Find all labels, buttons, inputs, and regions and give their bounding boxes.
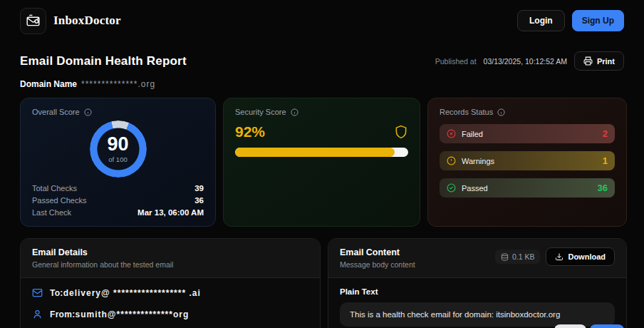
email-content-subtitle: Message body content	[340, 260, 415, 269]
size-badge: 0.1 KB	[495, 250, 541, 264]
alert-circle-icon	[447, 156, 456, 165]
score-ring: 90 of 100	[90, 121, 147, 178]
published-group: Published at 03/13/2025, 10:12:52 AM Pri…	[435, 51, 624, 71]
cutoff-primary-button[interactable]	[590, 324, 624, 328]
published-at-value: 03/13/2025, 10:12:52 AM	[484, 57, 567, 66]
plain-text-label: Plain Text	[340, 287, 615, 296]
user-icon	[32, 309, 43, 319]
email-content-card: Email Content Message body content 0.1 K…	[328, 238, 627, 328]
stat-total-checks: Total Checks 39	[32, 184, 204, 193]
stat-last-check: Last Check Mar 13, 06:00 AM	[32, 208, 204, 217]
email-details-title: Email Details	[32, 247, 173, 257]
check-circle-icon	[447, 183, 456, 193]
top-navigation: InboxDoctor Login Sign Up	[0, 0, 644, 41]
print-label: Print	[597, 57, 615, 66]
records-row-passed: Passed 36	[440, 178, 615, 198]
email-details-subtitle: General information about the tested ema…	[32, 260, 173, 269]
records-status-title: Records Status	[440, 108, 493, 116]
email-content-title: Email Content	[340, 247, 415, 257]
mail-icon	[32, 287, 43, 298]
security-progress-bar	[235, 148, 408, 157]
cutoff-secondary-button[interactable]	[554, 324, 586, 328]
download-label: Download	[568, 252, 606, 261]
score-max-label: of 100	[108, 155, 127, 163]
overall-score-title: Overall Score	[32, 108, 80, 116]
security-score-title: Security Score	[235, 108, 286, 116]
security-score-card: Security Score 92%	[223, 98, 420, 227]
x-circle-icon	[447, 129, 456, 138]
database-icon	[501, 253, 509, 261]
security-percent: 92%	[235, 123, 265, 140]
detail-row-to: To:delivery@ ****************** .ai	[32, 287, 308, 298]
print-button[interactable]: Print	[574, 51, 624, 71]
records-status-card: Records Status Failed 2	[427, 98, 627, 227]
page-title: Email Domain Health Report	[20, 54, 187, 68]
download-icon	[555, 252, 564, 261]
to-label: To:	[50, 288, 63, 298]
email-details-card: Email Details General information about …	[20, 238, 321, 328]
printer-icon	[583, 56, 593, 66]
domain-name-value: **************.org	[81, 79, 155, 89]
from-value: sumith@**************org	[76, 309, 189, 319]
published-at-label: Published at	[435, 57, 477, 66]
brand[interactable]: InboxDoctor	[20, 8, 121, 34]
shield-icon	[394, 124, 408, 140]
records-row-warnings: Warnings 1	[440, 151, 615, 170]
login-button[interactable]: Login	[517, 10, 565, 31]
domain-name-label: Domain Name	[20, 79, 77, 89]
info-icon[interactable]	[291, 108, 298, 116]
info-icon[interactable]	[497, 108, 505, 116]
inboxdoctor-logo-icon	[20, 8, 46, 34]
plain-text-body: This is a health check email for domain:…	[340, 302, 615, 327]
records-row-failed: Failed 2	[440, 124, 615, 143]
to-value: delivery@ ****************** .ai	[63, 288, 201, 298]
info-icon[interactable]	[84, 108, 92, 116]
from-label: From:	[50, 309, 76, 319]
auth-buttons: Login Sign Up	[517, 10, 624, 31]
download-button[interactable]: Download	[546, 247, 615, 266]
signup-button[interactable]: Sign Up	[572, 10, 624, 31]
overall-score-card: Overall Score 90 of 100 Total Checks 39	[20, 98, 216, 227]
brand-name: InboxDoctor	[53, 14, 121, 28]
size-value: 0.1 KB	[512, 252, 535, 261]
detail-row-from: From:sumith@**************org	[32, 309, 308, 319]
score-value: 90	[107, 135, 128, 154]
stat-passed-checks: Passed Checks 36	[32, 196, 204, 205]
